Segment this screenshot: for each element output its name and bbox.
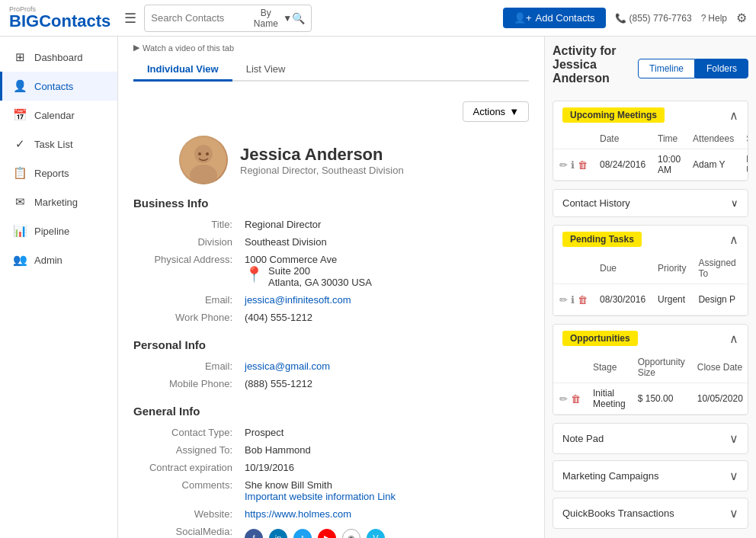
- general-info-title: General Info: [133, 405, 529, 418]
- info-icon[interactable]: ℹ: [571, 294, 575, 306]
- personal-info-title: Personal Info: [133, 338, 529, 351]
- settings-button[interactable]: ⚙: [736, 11, 747, 25]
- sidebar-label-calendar: Calendar: [34, 110, 75, 121]
- expand-notepad-icon: ∨: [729, 431, 738, 446]
- avatar-image: [179, 136, 228, 184]
- delete-icon[interactable]: 🗑: [571, 393, 581, 405]
- edit-icon[interactable]: ✏: [559, 393, 568, 405]
- table-row: Division Southeast Division: [133, 233, 529, 251]
- table-row: Work Phone: (404) 555-1212: [133, 309, 529, 326]
- search-icon-button[interactable]: 🔍: [292, 12, 305, 24]
- help-link[interactable]: ? Help: [701, 13, 727, 24]
- notepad-header[interactable]: Note Pad ∨: [553, 424, 748, 453]
- expand-contact-history-icon: ∨: [731, 197, 738, 209]
- quickbooks-section: QuickBooks Transactions ∨: [553, 498, 748, 529]
- table-row: Email: jessica@infinitesoft.com: [133, 291, 529, 309]
- table-row: Contract expiration 10/19/2016: [133, 459, 529, 476]
- opportunities-table: Stage Opportunity Size Close Date ✏ 🗑: [553, 352, 748, 415]
- watch-video-link[interactable]: ▶ Watch a video of this tab: [133, 43, 529, 53]
- delete-icon[interactable]: 🗑: [578, 159, 588, 171]
- svg-point-4: [206, 152, 209, 155]
- flickr-icon[interactable]: ◉: [342, 529, 360, 538]
- tab-list-view[interactable]: List View: [232, 59, 300, 82]
- main-content: ⊞ Dashboard 👤 Contacts 📅 Calendar ✓ Task…: [0, 37, 756, 538]
- help-icon: ?: [701, 13, 706, 24]
- upcoming-meetings-table: Date Time Attendees Subject ✏ ℹ: [553, 129, 748, 181]
- info-icon[interactable]: ℹ: [571, 159, 575, 171]
- logo: ProProfs BIG Contacts: [9, 6, 111, 30]
- collapse-meetings-icon: ∧: [729, 108, 738, 123]
- folders-button[interactable]: Folders: [695, 59, 748, 78]
- add-contacts-button[interactable]: 👤+ Add Contacts: [503, 8, 606, 28]
- contact-header-bar: ▶ Watch a video of this tab Individual V…: [133, 37, 529, 86]
- upcoming-meetings-section: Upcoming Meetings ∧ Date Time Attendees …: [553, 101, 748, 181]
- sidebar-item-calendar[interactable]: 📅 Calendar: [0, 101, 117, 130]
- marketing-campaigns-header[interactable]: Marketing Campaigns ∨: [553, 461, 748, 491]
- linkedin-icon[interactable]: in: [269, 529, 287, 538]
- sidebar-item-dashboard[interactable]: ⊞ Dashboard: [0, 43, 117, 72]
- opportunities-badge: Opportunities: [562, 331, 638, 346]
- contact-history-section[interactable]: Contact History ∨: [553, 189, 748, 217]
- table-row: ✏ ℹ 🗑 08/24/2016 10:00 AM Adam Y Follow …: [553, 149, 748, 181]
- general-info-table: Contact Type: Prospect Assigned To: Bob …: [133, 424, 529, 538]
- app-wrapper: ProProfs BIG Contacts ☰ By Name ▼ 🔍 👤+ A…: [0, 0, 756, 538]
- collapse-opportunities-icon: ∧: [729, 331, 738, 346]
- sidebar-item-marketing[interactable]: ✉ Marketing: [0, 187, 117, 216]
- table-header-row: Stage Opportunity Size Close Date: [553, 352, 748, 383]
- twitter-icon[interactable]: t: [293, 529, 312, 538]
- tab-individual-view[interactable]: Individual View: [133, 59, 232, 82]
- timeline-button[interactable]: Timeline: [638, 59, 695, 78]
- table-row: SocialMedia: f in t ▶ ◉ V: [133, 523, 529, 538]
- actions-button[interactable]: Actions ▼: [463, 101, 529, 122]
- activity-panel: Activity for Jessica Anderson Timeline F…: [545, 37, 756, 538]
- map-icon: 📍: [245, 265, 264, 283]
- notepad-label: Note Pad: [562, 433, 604, 444]
- table-row: ✏ 🗑 Initial Meeting $ 150.00 10/05/2020: [553, 383, 748, 415]
- quickbooks-header[interactable]: QuickBooks Transactions ∨: [553, 498, 748, 528]
- sidebar-item-pipeline[interactable]: 📊 Pipeline: [0, 216, 117, 245]
- search-bar: By Name ▼ 🔍: [144, 5, 312, 32]
- youtube-icon[interactable]: ▶: [318, 529, 336, 538]
- row-action-icons: ✏ 🗑: [559, 393, 581, 405]
- table-row: Comments: She know Bill Smith Important …: [133, 476, 529, 505]
- reports-icon: 📋: [13, 166, 27, 180]
- logo-big: BIG: [9, 13, 39, 30]
- logo-contacts: Contacts: [39, 13, 111, 30]
- contacts-icon: 👤: [13, 79, 27, 93]
- add-contacts-icon: 👤+: [514, 12, 532, 24]
- avatar-svg: [181, 137, 226, 183]
- notepad-section: Note Pad ∨: [553, 423, 748, 454]
- sidebar-item-admin[interactable]: 👥 Admin: [0, 245, 117, 274]
- contact-title-text: Regional Director, Southeast Division: [240, 165, 404, 176]
- edit-icon[interactable]: ✏: [559, 294, 568, 306]
- by-name-button[interactable]: By Name ▼: [250, 8, 292, 29]
- pending-tasks-table: Due Priority Assigned To Subject ✏ ℹ: [553, 253, 748, 315]
- facebook-icon[interactable]: f: [245, 529, 263, 538]
- search-input[interactable]: [151, 12, 250, 24]
- sidebar-item-reports[interactable]: 📋 Reports: [0, 159, 117, 187]
- sidebar-item-contacts[interactable]: 👤 Contacts: [0, 72, 117, 101]
- table-row: Website: https://www.holmes.com: [133, 505, 529, 523]
- sidebar-item-tasklist[interactable]: ✓ Task List: [0, 130, 117, 159]
- edit-icon[interactable]: ✏: [559, 159, 568, 171]
- quickbooks-label: QuickBooks Transactions: [562, 508, 674, 519]
- timeline-folders: Timeline Folders: [638, 59, 748, 78]
- tasklist-icon: ✓: [13, 137, 27, 151]
- contact-name: Jessica Anderson: [240, 145, 404, 165]
- upcoming-meetings-header[interactable]: Upcoming Meetings ∧: [553, 101, 748, 129]
- upcoming-meetings-badge: Upcoming Meetings: [562, 107, 665, 123]
- marketing-campaigns-label: Marketing Campaigns: [562, 470, 658, 482]
- table-row: Mobile Phone: (888) 555-1212: [133, 375, 529, 392]
- social-icons: f in t ▶ ◉ V: [245, 529, 524, 538]
- delete-icon[interactable]: 🗑: [578, 294, 588, 306]
- sidebar-label-marketing: Marketing: [34, 197, 78, 208]
- phone-link[interactable]: 📞 (855) 776-7763: [615, 13, 692, 24]
- table-row: ✏ ℹ 🗑 08/30/2016 Urgent Design P Follow …: [553, 284, 748, 315]
- activity-title: Activity for Jessica Anderson: [553, 44, 638, 85]
- hamburger-button[interactable]: ☰: [124, 10, 136, 27]
- pending-tasks-header[interactable]: Pending Tasks ∧: [553, 226, 748, 253]
- table-row: Email: jessica@gmail.com: [133, 357, 529, 375]
- vimeo-icon[interactable]: V: [367, 529, 385, 538]
- expand-quickbooks-icon: ∨: [729, 506, 738, 520]
- opportunities-header[interactable]: Opportunities ∧: [553, 325, 748, 352]
